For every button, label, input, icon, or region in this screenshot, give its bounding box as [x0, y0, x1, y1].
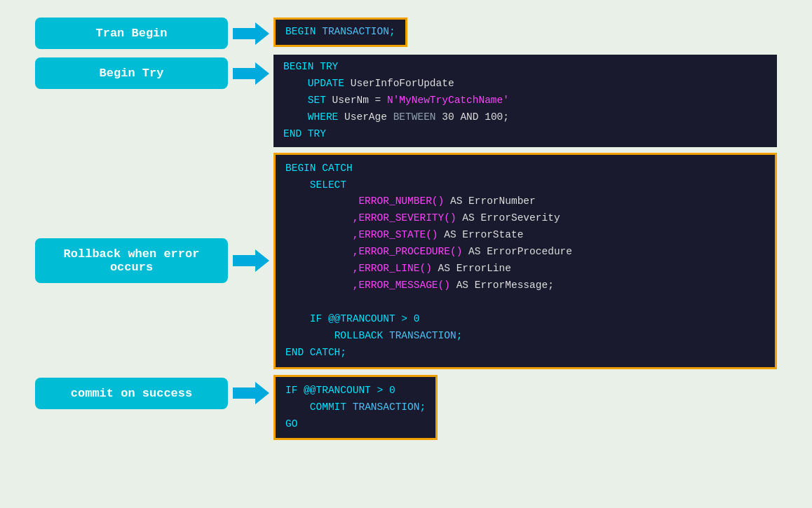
- rollback-row: Rollback when error occurs BEGIN CATCH S…: [35, 153, 777, 369]
- main-container: Tran Begin BEGIN TRANSACTION; Begin Try: [0, 0, 812, 463]
- tran-begin-label: Tran Begin: [35, 18, 228, 49]
- commit-code-block: IF @@TRANCOUNT > 0 COMMIT TRANSACTION; G…: [273, 375, 438, 441]
- arrow-right-icon: [233, 21, 269, 46]
- commit-code: IF @@TRANCOUNT > 0 COMMIT TRANSACTION; G…: [273, 375, 777, 441]
- tran-begin-arrow: [228, 21, 273, 46]
- svg-marker-1: [233, 62, 269, 85]
- begin-try-left: Begin Try: [35, 55, 273, 89]
- rollback-label: Rollback when error occurs: [35, 238, 228, 283]
- svg-marker-0: [233, 22, 269, 45]
- semicolon1: ;: [389, 26, 395, 37]
- commit-left: commit on success: [35, 375, 273, 409]
- commit-label: commit on success: [35, 378, 228, 409]
- begin-try-code: BEGIN TRY UPDATE UserInfoForUpdate SET U…: [273, 55, 777, 147]
- begin-try-pre: BEGIN TRY UPDATE UserInfoForUpdate SET U…: [283, 59, 767, 143]
- arrow-right-icon4: [233, 380, 269, 406]
- tran-begin-row: Tran Begin BEGIN TRANSACTION;: [35, 18, 777, 49]
- commit-pre: IF @@TRANCOUNT > 0 COMMIT TRANSACTION; G…: [285, 383, 426, 433]
- commit-row: commit on success IF @@TRANCOUNT > 0 COM…: [35, 375, 777, 441]
- tran-begin-code: BEGIN TRANSACTION;: [273, 18, 777, 47]
- arrow-right-icon2: [233, 61, 269, 86]
- begin-try-row: Begin Try BEGIN TRY UPDATE UserInfoForUp…: [35, 55, 777, 147]
- commit-arrow: [228, 380, 273, 406]
- svg-marker-2: [233, 249, 269, 272]
- begin-try-code-block: BEGIN TRY UPDATE UserInfoForUpdate SET U…: [273, 55, 777, 147]
- begin-try-arrow: [228, 61, 273, 86]
- tran-begin-pre: BEGIN TRANSACTION;: [285, 24, 395, 41]
- arrow-right-icon3: [233, 248, 269, 273]
- transaction-kw: TRANSACTION: [316, 26, 389, 37]
- rollback-left: Rollback when error occurs: [35, 238, 273, 283]
- rollback-pre: BEGIN CATCH SELECT ERROR_NUMBER() AS Err…: [285, 160, 765, 362]
- begin-try-label: Begin Try: [35, 57, 228, 89]
- tran-begin-left: Tran Begin: [35, 18, 273, 49]
- rollback-code: BEGIN CATCH SELECT ERROR_NUMBER() AS Err…: [273, 153, 777, 369]
- rollback-arrow: [228, 248, 273, 273]
- rollback-code-block: BEGIN CATCH SELECT ERROR_NUMBER() AS Err…: [273, 153, 777, 369]
- begin-kw: BEGIN: [285, 26, 316, 37]
- svg-marker-3: [233, 382, 269, 404]
- tran-begin-code-block: BEGIN TRANSACTION;: [273, 18, 407, 47]
